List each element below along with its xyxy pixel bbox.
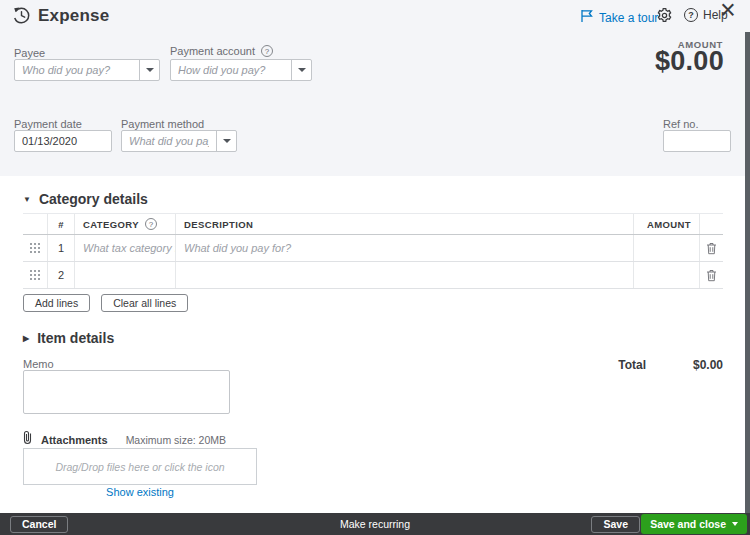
category-cell[interactable] (75, 262, 176, 288)
show-existing-link[interactable]: Show existing (23, 486, 257, 498)
save-button[interactable]: Save (591, 516, 640, 533)
cancel-button[interactable]: Cancel (10, 516, 68, 533)
trash-icon[interactable] (700, 269, 722, 282)
total-label: Total (596, 358, 646, 372)
clear-all-lines-button[interactable]: Clear all lines (101, 294, 188, 312)
row-number: 2 (48, 262, 75, 288)
category-cell[interactable]: What tax category fits? (75, 235, 176, 261)
payment-method-input[interactable] (122, 131, 216, 151)
chevron-right-icon: ▶ (23, 334, 29, 343)
ref-no-input[interactable] (663, 130, 731, 152)
tour-flag-icon (579, 9, 594, 26)
payee-dropdown-arrow[interactable] (139, 60, 159, 80)
payment-date-input[interactable] (14, 130, 112, 152)
payment-account-label: Payment account (170, 45, 255, 57)
item-details-toggle[interactable]: ▶ Item details (23, 330, 114, 346)
ref-no-label: Ref no. (663, 118, 698, 130)
gear-icon[interactable] (656, 7, 673, 28)
payment-account-input[interactable] (171, 60, 291, 80)
save-and-close-button[interactable]: Save and close (641, 514, 747, 534)
category-column-header: CATEGORY ? (75, 214, 176, 234)
payment-date-label: Payment date (14, 118, 82, 130)
payment-method-label: Payment method (121, 118, 204, 130)
drag-handle-icon[interactable] (23, 262, 48, 288)
table-row: 1 What tax category fits? What did you p… (23, 235, 723, 262)
save-and-close-label: Save and close (650, 518, 726, 530)
paperclip-icon (22, 430, 33, 449)
payment-account-help-icon[interactable]: ? (261, 45, 273, 57)
category-help-icon[interactable]: ? (145, 218, 157, 230)
make-recurring-button[interactable]: Make recurring (340, 518, 410, 530)
memo-input[interactable] (23, 370, 230, 414)
attachments-header: Attachments Maximum size: 20MB (22, 430, 226, 449)
table-row: 2 (23, 262, 723, 289)
page-title: Expense (38, 6, 109, 26)
line-buttons: Add lines Clear all lines (23, 294, 188, 312)
payment-account-combo (170, 59, 312, 81)
description-cell[interactable] (176, 262, 634, 288)
total-value: $0.00 (643, 358, 723, 372)
amount-cell[interactable] (634, 235, 700, 261)
attachments-dropzone[interactable]: Drag/Drop files here or click the icon (23, 448, 257, 485)
amount-summary-value: $0.00 (655, 46, 724, 77)
attachments-max-size: Maximum size: 20MB (126, 434, 226, 446)
payee-combo (14, 59, 160, 81)
item-details-title: Item details (37, 330, 114, 346)
category-details-table: # CATEGORY ? DESCRIPTION AMOUNT 1 What t… (23, 213, 723, 289)
close-icon[interactable]: × (720, 0, 736, 24)
payment-method-dropdown-arrow[interactable] (216, 131, 236, 151)
num-column-header: # (48, 214, 75, 234)
memo-label: Memo (23, 358, 54, 370)
category-details-toggle[interactable]: ▼ Category details (23, 191, 148, 207)
amount-cell[interactable] (634, 262, 700, 288)
payee-label: Payee (14, 47, 45, 59)
dropzone-text: Drag/Drop files here or click the icon (55, 461, 224, 473)
drag-handle-icon[interactable] (23, 235, 48, 261)
payee-input[interactable] (15, 60, 139, 80)
attachments-label: Attachments (41, 434, 108, 446)
expense-form-window: Expense Take a tour ? Help × AMOUNT $0.0… (0, 0, 750, 535)
payment-account-label-row: Payment account ? (170, 45, 273, 57)
form-header-section: Expense Take a tour ? Help × AMOUNT $0.0… (0, 0, 750, 176)
amount-column-header: AMOUNT (634, 214, 700, 234)
help-question-icon: ? (684, 8, 698, 22)
handle-column-header (23, 214, 48, 234)
payment-method-combo (121, 130, 237, 152)
trash-icon[interactable] (700, 242, 722, 255)
ref-no-field (663, 130, 731, 152)
description-cell[interactable]: What did you pay for? (176, 235, 634, 261)
payment-date-field (14, 130, 112, 152)
take-a-tour-link[interactable]: Take a tour (579, 9, 658, 26)
table-header-row: # CATEGORY ? DESCRIPTION AMOUNT (23, 213, 723, 235)
payment-account-dropdown-arrow[interactable] (291, 60, 311, 80)
recent-transactions-icon[interactable] (12, 6, 31, 29)
add-lines-button[interactable]: Add lines (23, 294, 90, 312)
description-column-header: DESCRIPTION (176, 214, 634, 234)
footer-bar: Cancel Make recurring Save Save and clos… (0, 513, 750, 535)
chevron-down-icon: ▼ (23, 195, 31, 204)
save-options-arrow-icon (732, 522, 738, 526)
take-a-tour-label: Take a tour (599, 11, 658, 25)
scrollbar[interactable] (745, 32, 750, 513)
row-number: 1 (48, 235, 75, 261)
category-details-title: Category details (39, 191, 148, 207)
